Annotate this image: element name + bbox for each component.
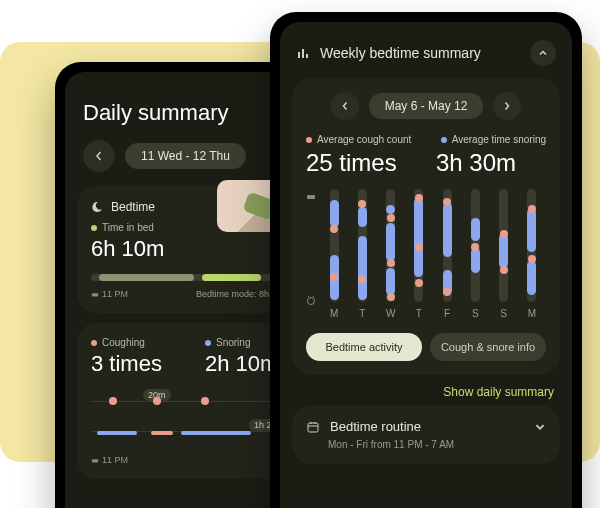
routine-title: Bedtime routine [330,419,524,434]
bed-icon [91,290,99,298]
chart-col: F [437,189,457,319]
weekly-chart: MTWTFSSM [306,189,546,319]
legend-snore: Average time snoring [452,134,546,145]
chevron-left-icon [340,101,350,111]
bedtime-bar [91,274,289,281]
day-label: M [330,308,338,319]
svg-rect-1 [92,459,98,462]
show-daily-link[interactable]: Show daily summary [298,385,554,399]
bed-icon [91,456,99,464]
chart-col: S [494,189,514,319]
weekly-title: Weekly bedtime summary [320,45,520,61]
time-in-bed-label: Time in bed [102,222,154,233]
coughing-label: Coughing [102,337,145,348]
routine-card[interactable]: Bedtime routine Mon - Fri from 11 PM - 7… [292,405,560,464]
svg-rect-4 [306,54,308,58]
svg-rect-3 [302,49,304,58]
chevron-right-icon [502,101,512,111]
svg-rect-0 [92,293,98,296]
svg-rect-7 [308,423,318,432]
chart-col: M [324,189,344,319]
day-label: T [359,308,365,319]
day-label: W [386,308,395,319]
chart-col: M [522,189,542,319]
bedtime-heading: Bedtime [111,200,155,214]
calendar-icon [306,420,320,434]
day-label: F [444,308,450,319]
weekly-card: May 6 - May 12 Average cough count Avera… [292,78,560,375]
foot-time: 11 PM [102,289,128,299]
bar-chart-icon [296,46,310,60]
phone-weekly: Weekly bedtime summary May 6 - May 12 Av… [270,12,582,508]
legend-cough: Average cough count [317,134,411,145]
tab-cough-snore-info[interactable]: Cough & snore info [430,333,546,361]
day-label: T [416,308,422,319]
routine-subtitle: Mon - Fri from 11 PM - 7 AM [328,439,546,450]
prev-week-button[interactable] [331,92,359,120]
snoring-label: Snoring [216,337,250,348]
chart-col: T [409,189,429,319]
day-label: S [500,308,507,319]
chart-col: W [381,189,401,319]
coughing-value: 3 times [91,351,175,377]
chevron-left-icon [94,151,104,161]
moon-icon [91,201,103,213]
chevron-up-icon [538,48,548,58]
day-label: S [472,308,479,319]
date-range-pill[interactable]: 11 Wed - 12 Thu [125,143,246,169]
week-range-pill[interactable]: May 6 - May 12 [369,93,484,119]
avg-cough-value: 25 times [306,149,416,177]
next-week-button[interactable] [493,92,521,120]
svg-point-6 [308,298,315,305]
chart-col: T [352,189,372,319]
chart-col: S [465,189,485,319]
tab-bedtime-activity[interactable]: Bedtime activity [306,333,422,361]
prev-day-button[interactable] [83,140,115,172]
chevron-down-icon [534,421,546,433]
day-label: M [528,308,536,319]
cough-snore-mini-chart: 20m 1h 20m [91,391,289,447]
svg-rect-2 [298,52,300,58]
bed-axis-icon [306,191,316,201]
avg-snore-value: 3h 30m [436,149,546,177]
collapse-button[interactable] [530,40,556,66]
time-in-bed-value: 6h 10m [91,236,289,262]
alarm-axis-icon [306,295,316,305]
svg-rect-5 [307,195,315,199]
